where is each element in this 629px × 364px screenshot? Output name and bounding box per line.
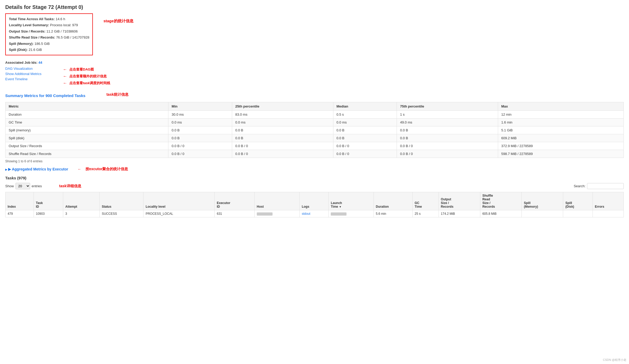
task-stats-annotation: task统计信息 (106, 92, 129, 97)
tasks-col-launch-time: LaunchTime ▼ (329, 192, 374, 210)
summary-highlight: 900 Completed Tasks (45, 93, 85, 98)
tasks-col-output-size: OutputSize /Records (439, 192, 480, 210)
task-duration: 5.6 min (374, 210, 412, 217)
metrics-table: Metric Min 25th percentile Median 75th p… (5, 102, 624, 158)
spill-memory-value: 186.5 GiB (35, 42, 50, 46)
table-row: Shuffle Read Size / Records0.0 B / 00.0 … (6, 150, 624, 158)
dag-annotation: 点击查看DAG图 (69, 67, 94, 72)
tasks-col-spill-disk: Spill(Disk) (563, 192, 593, 210)
tasks-controls: Show 20 50 100 entries task详细信息 Search: (5, 183, 624, 189)
output-label: Output Size / Records: (9, 29, 45, 33)
timeline-arrow-icon: ← (63, 81, 67, 85)
tasks-col-locality: Locality level (143, 192, 215, 210)
output-value: 11.2 GiB / 71038606 (46, 29, 78, 33)
search-input[interactable] (587, 183, 624, 189)
task-output-size: 174.2 MiB (439, 210, 480, 217)
event-timeline-link[interactable]: Event Timeline (5, 77, 58, 81)
tasks-col-gc-time: GCTime (412, 192, 439, 210)
spill-memory-label: Spill (Memory): (9, 42, 34, 46)
show-additional-metrics-link[interactable]: Show Additional Metrics (5, 72, 58, 76)
table-row: Spill (disk)0.0 B0.0 B0.0 B0.0 B609.2 Mi… (6, 134, 624, 142)
tasks-title: Tasks (979) (5, 176, 624, 180)
dag-visualization-link[interactable]: DAG Visualization (5, 67, 58, 71)
entries-label: entries (32, 184, 42, 188)
total-time-value: 14.6 h (56, 17, 65, 21)
associated-job-link[interactable]: 44 (38, 61, 42, 65)
task-host (254, 210, 300, 217)
tasks-col-logs: Logs (300, 192, 329, 210)
spill-disk-label: Spill (Disk): (9, 48, 28, 52)
tasks-col-host: Host (254, 192, 300, 210)
task-index: 479 (6, 210, 34, 217)
table-row: GC Time0.0 ms0.0 ms0.0 ms49.0 ms1.6 min (6, 119, 624, 126)
col-25th: 25th percentile (232, 102, 333, 111)
tasks-col-attempt: Attempt (63, 192, 100, 210)
tasks-col-spill-memory: Spill(Memory) (522, 192, 563, 210)
task-gc-time: 25 s (412, 210, 439, 217)
table-row: Spill (memory)0.0 B0.0 B0.0 B0.0 B5.1 Gi… (6, 126, 624, 134)
task-spill-disk (563, 210, 593, 217)
task-shuffle-read: 605.8 MiB (480, 210, 521, 217)
aggregated-section: ▶ Aggregated Metrics by Executor ← 按excu… (5, 167, 624, 172)
tasks-col-index: Index (6, 192, 34, 210)
aggregated-annotation: 按excutor聚合的统计信息 (86, 167, 128, 172)
summary-title: Summary Metrics for 900 Completed Tasks (5, 93, 86, 98)
task-spill-memory (522, 210, 563, 217)
tasks-col-shuffle-read: ShuffleReadSize /Records (480, 192, 521, 210)
col-median: Median (333, 102, 397, 111)
timeline-annotation: 点击查看task调度的时间线 (69, 81, 110, 85)
associated-jobs: Associated Job Ids: 44 (5, 61, 624, 65)
shuffle-label: Shuffle Read Size / Records: (9, 35, 55, 39)
tasks-col-duration: Duration (374, 192, 412, 210)
col-min: Min (168, 102, 232, 111)
task-attempt: 3 (63, 210, 100, 217)
aggregated-metrics-link[interactable]: ▶ Aggregated Metrics by Executor (5, 167, 68, 171)
shuffle-value: 76.5 GiB / 141707928 (56, 35, 89, 39)
col-75th: 75th percentile (397, 102, 498, 111)
tasks-table: Index TaskID Attempt Status Locality lev… (5, 192, 624, 217)
task-detail-annotation: task详细信息 (59, 184, 81, 189)
locality-value: Process local: 979 (50, 23, 78, 27)
col-max: Max (498, 102, 623, 111)
task-id: 10903 (34, 210, 63, 217)
table-row: Output Size / Records0.0 B / 00.0 B / 00… (6, 142, 624, 150)
page-title: Details for Stage 72 (Attempt 0) (5, 4, 624, 10)
table-row: 479 10903 3 SUCCESS PROCESS_LOCAL 631 st… (6, 210, 624, 217)
task-locality: PROCESS_LOCAL (143, 210, 215, 217)
tasks-col-task-id: TaskID (34, 192, 63, 210)
links-section: DAG Visualization Show Additional Metric… (5, 67, 624, 85)
task-errors (593, 210, 623, 217)
stage-info-box: Total Time Across All Tasks: 14.6 h Loca… (5, 13, 93, 55)
tasks-col-errors: Errors (593, 192, 623, 210)
task-logs[interactable]: stdout (300, 210, 329, 217)
tasks-col-status: Status (99, 192, 143, 210)
total-time-label: Total Time Across All Tasks: (9, 17, 55, 21)
tasks-col-executor-id: ExecutorID (215, 192, 254, 210)
task-launch-time (329, 210, 374, 217)
dag-arrow-icon: ← (63, 67, 67, 72)
col-metric: Metric (6, 102, 168, 111)
locality-label: Locality Level Summary: (9, 23, 49, 27)
show-entries-select[interactable]: 20 50 100 (15, 183, 30, 189)
metrics-annotation: 点击查看额外的统计信息 (69, 74, 107, 79)
stage-annotation: stage的统计信息 (103, 19, 133, 24)
metrics-arrow-icon: ← (63, 74, 67, 79)
task-status: SUCCESS (99, 210, 143, 217)
task-executor-id: 631 (215, 210, 254, 217)
table-row: Duration30.0 ms83.0 ms0.5 s1 s12 min (6, 111, 624, 119)
show-label: Show (5, 184, 14, 188)
search-label: Search: (574, 184, 585, 188)
spill-disk-value: 21.6 GiB (29, 48, 42, 52)
showing-entries: Showing 1 to 6 of 6 entries (5, 159, 624, 163)
